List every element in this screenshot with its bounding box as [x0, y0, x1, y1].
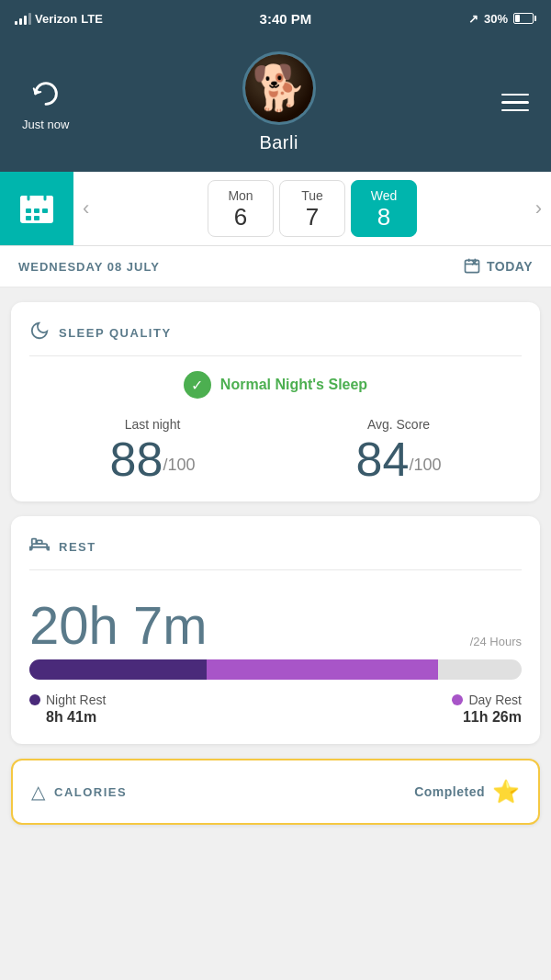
day-name-tue: Tue: [301, 188, 323, 203]
calories-card: △ CALORIES Completed ⭐: [11, 759, 540, 825]
day-rest-dot: [452, 694, 463, 705]
night-rest-bar: [29, 659, 207, 680]
day-rest-value: 11h 26m: [463, 709, 522, 726]
network-type: LTE: [81, 12, 103, 26]
day-number-wed: 8: [377, 205, 390, 229]
day-item-wed[interactable]: Wed 8: [351, 180, 417, 237]
refresh-section[interactable]: Just now: [22, 73, 69, 131]
night-rest-label: Night Rest: [46, 693, 106, 707]
rest-title: REST: [59, 540, 96, 554]
rest-progress-bar: [29, 659, 522, 680]
night-rest-dot: [29, 694, 40, 705]
last-night-label: Last night: [125, 417, 181, 432]
pet-avatar-image: [245, 54, 313, 122]
check-icon: ✓: [184, 371, 211, 399]
rest-value: 20h 7m: [29, 594, 207, 656]
calories-left: △ CALORIES: [31, 781, 127, 803]
rest-divider: [29, 569, 522, 570]
bed-icon: [29, 535, 50, 558]
carrier-name: Verizon: [35, 12, 77, 26]
sleep-quality-header: SLEEP QUALITY: [29, 321, 522, 344]
battery-icon: [513, 13, 536, 24]
rest-legend: Night Rest 8h 41m Day Rest 11h 26m: [29, 693, 522, 726]
day-item-mon[interactable]: Mon 6: [208, 180, 274, 237]
scores-row: Last night 88/100 Avg. Score 84/100: [29, 417, 522, 483]
night-rest-label-row: Night Rest: [29, 693, 106, 707]
sleep-quality-card: SLEEP QUALITY ✓ Normal Night's Sleep Las…: [11, 302, 540, 501]
night-rest-value: 8h 41m: [29, 709, 106, 726]
day-item-tue[interactable]: Tue 7: [279, 180, 345, 237]
night-rest-legend: Night Rest 8h 41m: [29, 693, 106, 726]
calendar-navigation: ‹ Mon 6 Tue 7 Wed 8 ›: [0, 172, 551, 246]
date-bar: WEDNESDAY 08 JULY TODAY: [0, 246, 551, 287]
avatar: [242, 51, 316, 125]
last-night-score: Last night 88/100: [110, 417, 196, 483]
day-number-mon: 6: [234, 205, 247, 229]
sleep-status-row: ✓ Normal Night's Sleep: [29, 371, 522, 399]
svg-rect-8: [34, 216, 39, 220]
svg-rect-9: [466, 260, 479, 272]
svg-rect-6: [42, 208, 48, 213]
last-night-number: 88: [110, 433, 163, 486]
avg-score: Avg. Score 84/100: [356, 417, 442, 483]
next-day-button[interactable]: ›: [526, 197, 551, 220]
day-rest-label-row: Day Rest: [452, 693, 522, 707]
completed-label: Completed: [414, 784, 485, 799]
status-bar: Verizon LTE 3:40 PM ↗ 30%: [0, 0, 551, 37]
calendar-icon: [18, 190, 55, 227]
refresh-icon[interactable]: [26, 73, 66, 114]
card-divider: [29, 355, 522, 356]
svg-rect-1: [20, 196, 53, 205]
sleep-quality-title: SLEEP QUALITY: [59, 326, 172, 340]
sleep-status-text: Normal Night's Sleep: [220, 377, 367, 393]
battery-percent: 30%: [484, 12, 508, 26]
location-icon: ↗: [468, 12, 478, 26]
status-time: 3:40 PM: [260, 11, 312, 27]
rest-hours-label: /24 Hours: [470, 635, 522, 648]
svg-rect-15: [37, 540, 42, 544]
last-night-denom: /100: [163, 456, 195, 474]
avg-label: Avg. Score: [367, 417, 430, 432]
calendar-icon-box[interactable]: [0, 172, 73, 245]
rest-card: REST 20h 7m /24 Hours Night Rest 8h 41m …: [11, 516, 540, 744]
moon-icon: [29, 321, 50, 344]
today-label: TODAY: [487, 259, 533, 274]
carrier-info: Verizon LTE: [15, 12, 103, 26]
signal-icon: [15, 12, 31, 25]
days-list: Mon 6 Tue 7 Wed 8: [98, 180, 525, 237]
day-rest-label: Day Rest: [468, 693, 522, 707]
svg-rect-4: [26, 208, 31, 213]
avg-denom: /100: [409, 456, 441, 474]
today-icon: [463, 257, 481, 276]
battery-info: ↗ 30%: [468, 12, 536, 26]
prev-day-button[interactable]: ‹: [73, 197, 98, 220]
avg-number: 84: [356, 433, 410, 486]
rest-header: REST: [29, 535, 522, 558]
star-icon: ⭐: [492, 779, 520, 805]
calories-right: Completed ⭐: [414, 779, 520, 805]
svg-rect-5: [34, 208, 39, 213]
menu-button[interactable]: [489, 83, 529, 123]
day-rest-bar: [207, 659, 438, 680]
pet-profile: Barli: [242, 51, 316, 153]
day-name-wed: Wed: [371, 188, 398, 203]
today-button[interactable]: TODAY: [463, 257, 533, 276]
full-date-label: WEDNESDAY 08 JULY: [18, 260, 160, 274]
calories-icon: △: [31, 781, 45, 803]
pet-name: Barli: [259, 132, 298, 153]
last-night-value: 88/100: [110, 435, 196, 483]
last-sync-label: Just now: [22, 118, 69, 131]
day-rest-legend: Day Rest 11h 26m: [452, 693, 522, 726]
header: Just now Barli: [0, 37, 551, 172]
day-number-tue: 7: [306, 205, 319, 229]
avg-value: 84/100: [356, 435, 442, 483]
day-name-mon: Mon: [228, 188, 253, 203]
main-content: SLEEP QUALITY ✓ Normal Night's Sleep Las…: [0, 287, 551, 839]
svg-rect-7: [26, 216, 31, 220]
calories-title: CALORIES: [54, 785, 127, 799]
